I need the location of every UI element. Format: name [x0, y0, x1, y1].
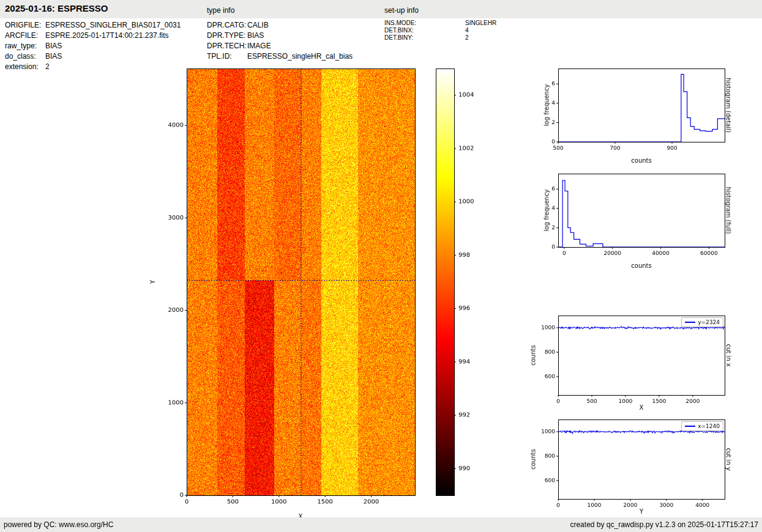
legend-line-swatch: [685, 322, 695, 323]
cut-in-x-ylabel: counts: [530, 345, 537, 365]
type-info-row: DPR.TYPE:BIAS: [207, 31, 353, 41]
type-info-heading: type info: [207, 6, 234, 15]
field-value: BIAS: [45, 51, 62, 62]
raw-image-canvas: [159, 61, 422, 514]
setup-info-heading: set-up info: [384, 6, 419, 15]
file-info-row: ARCFILE:ESPRE.2025-01-17T14:00:21.237.fi…: [5, 31, 181, 41]
footer-powered-by: powered by QC: www.eso.org/HC: [4, 520, 113, 529]
field-label: DPR.TYPE:: [207, 31, 247, 41]
cut-in-y-xlabel: Y: [640, 508, 643, 515]
type-info-row: DPR.CATG:CALIB: [207, 20, 353, 31]
field-label: DPR.CATG:: [207, 20, 247, 31]
field-label: ORIGFILE:: [5, 20, 45, 31]
field-value: BIAS: [247, 31, 264, 41]
field-label: DET.BINX:: [384, 27, 465, 34]
file-info-row: raw_type:BIAS: [5, 41, 181, 51]
histogram-detail-ylabel: log frequency: [543, 84, 550, 127]
field-value: BIAS: [45, 41, 62, 51]
histogram-detail-xlabel: counts: [631, 157, 651, 164]
field-value: 2: [45, 62, 50, 72]
field-label: do_class:: [5, 51, 45, 62]
field-value: 2: [465, 34, 469, 42]
file-info-block: ORIGFILE:ESPRESSO_SINGLEHR_BIAS017_0031 …: [5, 20, 181, 72]
setup-info-block: INS.MODE:SINGLEHR DET.BINX:4 DET.BINY:2: [384, 20, 496, 42]
field-value: ESPRESSO_SINGLEHR_BIAS017_0031: [45, 20, 181, 31]
field-label: INS.MODE:: [384, 20, 465, 27]
field-value: SINGLEHR: [465, 20, 496, 27]
field-label: TPL.ID:: [207, 51, 247, 62]
cut-in-x-side-label: cut in x: [725, 344, 732, 366]
footer-created-by: created by qc_rawdisp.py v1.2.3 on 2025-…: [570, 520, 758, 529]
cut-in-y-ylabel: counts: [530, 449, 537, 469]
legend-label: x=1240: [698, 423, 720, 429]
histogram-full-side-label: histogram (full): [725, 187, 732, 234]
histogram-full-canvas: [529, 166, 731, 264]
page-title: 2025-01-16: ESPRESSO: [5, 3, 108, 13]
field-value: CALIB: [247, 20, 269, 31]
field-value: ESPRE.2025-01-17T14:00:21.237.fits: [45, 31, 168, 41]
colorbar-canvas: [428, 61, 490, 514]
legend-line-swatch: [685, 426, 695, 427]
cut-in-x-xlabel: X: [640, 404, 644, 411]
footer-bar: powered by QC: www.eso.org/HC created by…: [0, 517, 762, 532]
histogram-detail-canvas: [529, 61, 731, 159]
field-value: ESPRESSO_singleHR_cal_bias: [247, 51, 353, 62]
legend-label: y=2324: [698, 319, 720, 325]
field-label: raw_type:: [5, 41, 45, 51]
setup-info-row: DET.BINX:4: [384, 27, 496, 34]
file-info-row: extension:2: [5, 62, 181, 72]
footer-qc-link[interactable]: www.eso.org/HC: [59, 520, 113, 529]
field-value: 4: [465, 27, 469, 34]
footer-powered-prefix: powered by QC:: [4, 520, 59, 529]
type-info-row: TPL.ID:ESPRESSO_singleHR_cal_bias: [207, 51, 353, 62]
cut-in-x-legend: y=2324: [681, 317, 723, 327]
setup-info-row: INS.MODE:SINGLEHR: [384, 20, 496, 27]
file-info-row: do_class:BIAS: [5, 51, 181, 62]
histogram-detail-side-label: histogram (detail): [725, 78, 732, 133]
field-label: extension:: [5, 62, 45, 72]
raw-image-ylabel: Y: [149, 280, 156, 284]
histogram-full-ylabel: log frequency: [543, 190, 550, 232]
histogram-full-xlabel: counts: [631, 262, 651, 269]
file-info-row: ORIGFILE:ESPRESSO_SINGLEHR_BIAS017_0031: [5, 20, 181, 31]
setup-info-row: DET.BINY:2: [384, 34, 496, 42]
field-label: DPR.TECH:: [207, 41, 247, 51]
field-label: ARCFILE:: [5, 31, 45, 41]
field-value: IMAGE: [247, 41, 271, 51]
header-bar: 2025-01-16: ESPRESSO type info set-up in…: [0, 0, 762, 18]
cut-in-y-side-label: cut in y: [725, 448, 732, 470]
qc-report-page: 2025-01-16: ESPRESSO type info set-up in…: [0, 0, 762, 532]
field-label: DET.BINY:: [384, 34, 465, 42]
type-info-row: DPR.TECH:IMAGE: [207, 41, 353, 51]
cut-in-y-legend: x=1240: [681, 421, 723, 431]
type-info-block: DPR.CATG:CALIB DPR.TYPE:BIAS DPR.TECH:IM…: [207, 20, 353, 62]
